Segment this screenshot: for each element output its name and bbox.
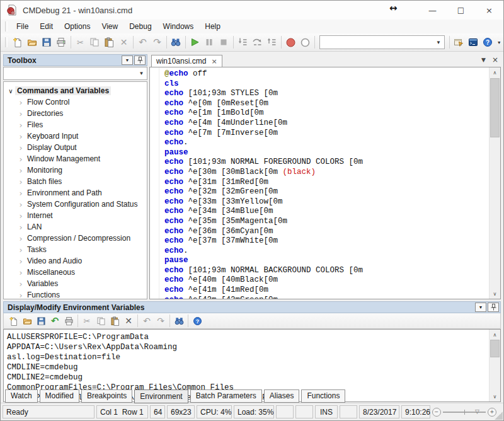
toolbox-filter-dropdown-button[interactable]: ▼ xyxy=(136,67,147,79)
tree-item-keyboard-input[interactable]: ›Keyboard Input xyxy=(4,130,147,142)
tree-item-window-management[interactable]: ›Window Management xyxy=(4,153,147,164)
scroll-up-icon[interactable]: ∧ xyxy=(490,67,500,78)
env-save-button[interactable] xyxy=(34,314,48,328)
env-delete-button[interactable]: ✕ xyxy=(122,314,135,328)
tree-item-monitoring[interactable]: ›Monitoring xyxy=(4,164,147,176)
tree-item-flow-control[interactable]: ›Flow Control xyxy=(4,96,147,108)
toggle-breakpoint-button[interactable] xyxy=(298,35,312,50)
chevron-collapsed-icon[interactable]: › xyxy=(16,257,25,266)
chevron-collapsed-icon[interactable]: › xyxy=(16,234,25,243)
bottom-tab-functions[interactable]: Functions xyxy=(301,389,345,403)
tree-item-files[interactable]: ›Files xyxy=(4,119,147,130)
zoom-in-button[interactable]: + xyxy=(488,408,496,417)
scroll-up-icon[interactable]: ∧ xyxy=(490,330,500,340)
toolbox-filter-input[interactable] xyxy=(4,67,136,79)
minimize-button[interactable]: — xyxy=(418,1,447,20)
maximize-button[interactable]: □ xyxy=(447,1,475,20)
chevron-collapsed-icon[interactable]: › xyxy=(16,279,25,289)
close-button[interactable]: × xyxy=(475,1,503,20)
command-prompt-button[interactable] xyxy=(466,35,480,50)
zoom-out-button[interactable]: − xyxy=(432,408,441,417)
menu-item-options[interactable]: Options xyxy=(59,20,96,33)
tree-item-tasks[interactable]: ›Tasks xyxy=(4,244,147,255)
tree-item-display-output[interactable]: ›Display Output xyxy=(4,142,147,153)
tree-item-lan[interactable]: ›LAN xyxy=(4,221,147,233)
menu-item-windows[interactable]: Windows xyxy=(158,20,200,33)
chevron-collapsed-icon[interactable]: › xyxy=(16,268,25,277)
debug-command-input[interactable] xyxy=(320,36,433,49)
stop-button[interactable] xyxy=(217,35,231,50)
tree-item-variables[interactable]: ›Variables xyxy=(4,278,147,289)
help-button[interactable]: ? xyxy=(480,35,495,50)
combobox-dropdown-button[interactable]: ▼ xyxy=(433,36,444,49)
run-button[interactable] xyxy=(188,35,202,50)
env-undo-button[interactable]: ↶ xyxy=(140,314,154,328)
copy-button[interactable] xyxy=(88,35,102,50)
bottom-tab-batch-parameters[interactable]: Batch Parameters xyxy=(190,389,262,403)
env-redo-button[interactable]: ↷ xyxy=(154,314,168,328)
menu-item-file[interactable]: File xyxy=(11,20,34,33)
chevron-collapsed-icon[interactable]: › xyxy=(16,132,25,141)
tree-item-commands-and-variables[interactable]: ∨Commands and Variables xyxy=(4,85,147,96)
more-options-button[interactable]: ▼ xyxy=(495,35,503,50)
tree-item-directories[interactable]: ›Directories xyxy=(4,108,147,119)
chevron-collapsed-icon[interactable]: › xyxy=(16,166,25,175)
environment-pin-button[interactable] xyxy=(488,303,499,312)
bottom-tab-watch[interactable]: Watch xyxy=(5,389,38,403)
env-copy-button[interactable] xyxy=(94,314,108,328)
scroll-down-icon[interactable]: ∨ xyxy=(490,289,500,299)
bottom-tab-breakpoints[interactable]: Breakpoints xyxy=(81,389,132,403)
window-options-button[interactable] xyxy=(451,35,466,50)
cut-button[interactable]: ✂ xyxy=(73,35,88,50)
redo-button[interactable]: ↷ xyxy=(150,35,164,50)
paste-button[interactable] xyxy=(102,35,117,50)
chevron-collapsed-icon[interactable]: › xyxy=(16,109,25,118)
editor-vertical-scrollbar[interactable]: ∧ ∨ xyxy=(489,67,500,299)
env-print-button[interactable] xyxy=(62,314,76,328)
env-paste-button[interactable] xyxy=(108,314,122,328)
scroll-down-icon[interactable]: ∨ xyxy=(490,391,500,401)
chevron-collapsed-icon[interactable]: › xyxy=(16,98,25,107)
env-find-button[interactable] xyxy=(172,314,186,328)
step-out-button[interactable] xyxy=(265,35,279,50)
pause-button[interactable] xyxy=(202,35,217,50)
find-button[interactable] xyxy=(169,35,183,50)
chevron-collapsed-icon[interactable]: › xyxy=(16,211,25,221)
chevron-collapsed-icon[interactable]: › xyxy=(16,245,25,255)
menu-item-help[interactable]: Help xyxy=(199,20,226,33)
bottom-tab-aliases[interactable]: Aliases xyxy=(264,389,300,403)
tree-item-compression-decompression[interactable]: ›Compression / Decompression xyxy=(4,233,147,244)
save-button[interactable] xyxy=(40,35,54,50)
tab-list-dropdown-button[interactable]: ▼ xyxy=(481,57,486,63)
tree-item-internet[interactable]: ›Internet xyxy=(4,210,147,221)
new-file-button[interactable] xyxy=(11,35,25,50)
chevron-collapsed-icon[interactable]: › xyxy=(16,143,25,153)
tree-item-functions[interactable]: ›Functions xyxy=(4,289,147,299)
bottom-tab-modified[interactable]: Modified xyxy=(40,389,79,403)
env-help-button[interactable]: ? xyxy=(190,314,204,328)
tree-item-miscellaneous[interactable]: ›Miscellaneous xyxy=(4,267,147,278)
env-cut-button[interactable]: ✂ xyxy=(80,314,94,328)
record-button[interactable] xyxy=(284,35,298,50)
tree-item-system-configuration-and-status[interactable]: ›System Configuration and Status xyxy=(4,199,147,210)
environment-dropdown-button[interactable]: ▼ xyxy=(475,303,486,312)
step-into-button[interactable] xyxy=(236,35,250,50)
code-editor[interactable]: @echo offclsecho [101;93m STYLES [0mecho… xyxy=(149,67,501,299)
zoom-slider-handle[interactable]: ▽ xyxy=(475,408,479,415)
chevron-expanded-icon[interactable]: ∨ xyxy=(6,88,15,95)
chevron-collapsed-icon[interactable]: › xyxy=(16,120,25,130)
chevron-collapsed-icon[interactable]: › xyxy=(16,177,25,187)
chevron-collapsed-icon[interactable]: › xyxy=(16,291,25,300)
chevron-collapsed-icon[interactable]: › xyxy=(16,222,25,232)
environment-vertical-scrollbar[interactable]: ∧ ∨ xyxy=(489,330,500,401)
tab-close-icon[interactable]: × xyxy=(211,57,217,66)
chevron-collapsed-icon[interactable]: › xyxy=(16,154,25,164)
delete-button[interactable]: ✕ xyxy=(117,35,131,50)
menu-item-debug[interactable]: Debug xyxy=(123,20,157,33)
env-new-button[interactable] xyxy=(6,314,20,328)
chevron-collapsed-icon[interactable]: › xyxy=(16,188,25,198)
tree-item-video-and-audio[interactable]: ›Video and Audio xyxy=(4,255,147,267)
toolbox-pin-button[interactable] xyxy=(134,55,146,65)
step-over-button[interactable] xyxy=(250,35,265,50)
print-button[interactable] xyxy=(54,35,69,50)
